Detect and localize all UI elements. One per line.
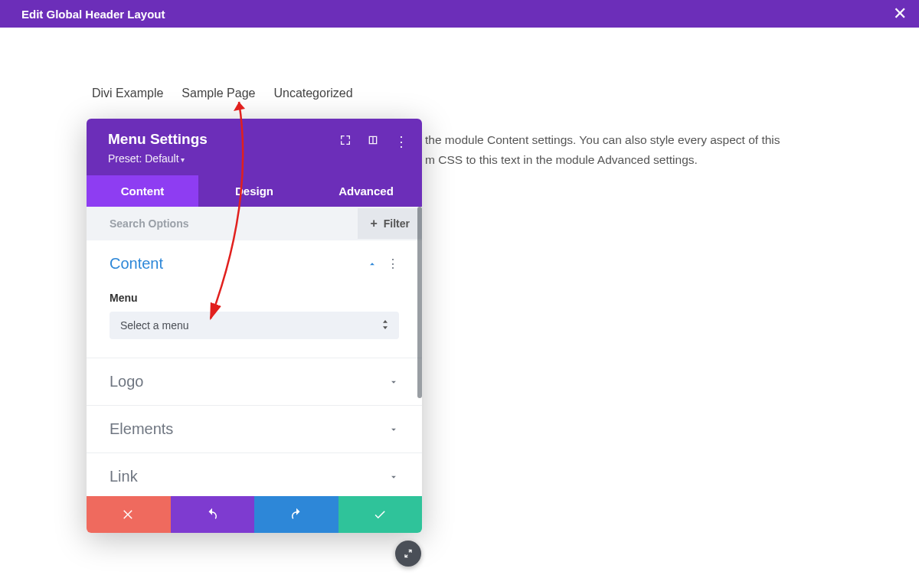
- close-icon[interactable]: ✕: [893, 5, 907, 22]
- chevron-down-icon: [388, 472, 399, 482]
- filter-button[interactable]: + Filter: [358, 208, 422, 239]
- search-input[interactable]: Search Options: [87, 217, 188, 230]
- scrollbar[interactable]: [417, 207, 422, 398]
- nav-item-divi[interactable]: Divi Example: [92, 87, 163, 100]
- menu-label: Menu: [110, 292, 399, 304]
- chevron-down-icon: [388, 424, 399, 435]
- section-elements-head[interactable]: Elements: [87, 406, 422, 452]
- plus-icon: +: [370, 217, 377, 230]
- undo-button[interactable]: [171, 496, 255, 533]
- section-more-icon[interactable]: ⋮: [387, 256, 399, 271]
- section-content-title: Content: [110, 255, 163, 273]
- section-link-title: Link: [110, 468, 138, 485]
- section-logo-title: Logo: [110, 373, 144, 390]
- preset-selector[interactable]: Preset: Default: [108, 152, 208, 165]
- nav-item-sample[interactable]: Sample Page: [182, 87, 255, 100]
- save-button[interactable]: [338, 496, 423, 533]
- select-arrows-icon: [382, 319, 388, 332]
- tab-design[interactable]: Design: [198, 175, 310, 207]
- action-bar: [87, 496, 422, 533]
- tab-content[interactable]: Content: [87, 175, 198, 207]
- search-row: Search Options + Filter: [87, 207, 422, 240]
- bg-text-line1: the module Content settings. You can als…: [425, 130, 823, 150]
- columns-icon[interactable]: [367, 134, 379, 149]
- menu-select[interactable]: Select a menu: [110, 312, 399, 339]
- filter-label: Filter: [384, 217, 410, 230]
- chevron-up-icon: [367, 259, 378, 270]
- background-text: the module Content settings. You can als…: [425, 130, 823, 171]
- settings-panel: Menu Settings Preset: Default ⋮ Content …: [87, 119, 422, 533]
- page-nav: Divi Example Sample Page Uncategorized: [92, 87, 353, 100]
- section-link-head[interactable]: Link: [87, 453, 422, 496]
- fullscreen-icon[interactable]: [339, 134, 352, 149]
- section-content-head[interactable]: Content ⋮: [87, 240, 422, 287]
- section-logo-head[interactable]: Logo: [87, 358, 422, 405]
- resize-handle[interactable]: [395, 541, 421, 567]
- panel-title: Menu Settings: [108, 131, 208, 148]
- section-logo: Logo: [87, 358, 422, 406]
- chevron-down-icon: [388, 377, 399, 387]
- more-icon[interactable]: ⋮: [394, 136, 407, 148]
- panel-body: Search Options + Filter Content ⋮ Menu S: [87, 207, 422, 496]
- section-elements: Elements: [87, 406, 422, 453]
- redo-button[interactable]: [254, 496, 338, 533]
- menu-select-value: Select a menu: [120, 319, 189, 332]
- section-link: Link: [87, 453, 422, 496]
- top-bar-title: Edit Global Header Layout: [21, 8, 165, 21]
- top-bar: Edit Global Header Layout ✕: [0, 0, 919, 28]
- nav-item-uncategorized[interactable]: Uncategorized: [273, 87, 352, 100]
- section-content: Content ⋮ Menu Select a menu: [87, 240, 422, 358]
- bg-text-line2: m CSS to this text in the module Advance…: [425, 150, 823, 170]
- tabs: Content Design Advanced: [87, 175, 422, 207]
- tab-advanced[interactable]: Advanced: [310, 175, 422, 207]
- section-content-body: Menu Select a menu: [87, 292, 422, 358]
- panel-header: Menu Settings Preset: Default ⋮: [87, 119, 422, 175]
- section-elements-title: Elements: [110, 420, 173, 438]
- cancel-button[interactable]: [87, 496, 171, 533]
